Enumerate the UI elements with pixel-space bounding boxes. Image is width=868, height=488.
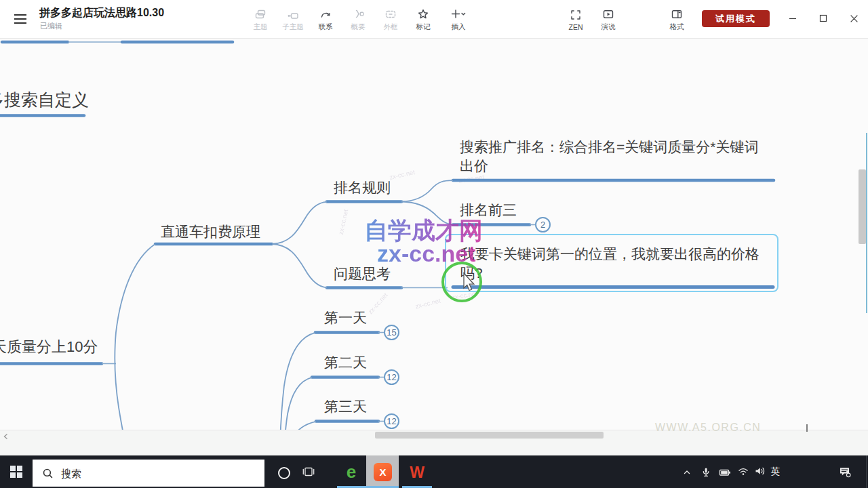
windows-logo-icon — [10, 466, 22, 478]
relation-button[interactable]: 联系 — [309, 5, 342, 35]
task-view-button[interactable] — [300, 464, 317, 480]
corner-watermark: WWW.A5.ORG.CN — [655, 422, 761, 434]
map-node[interactable]: 多搜索自定义 — [0, 91, 89, 110]
scrollbar-corner-mark — [806, 424, 808, 432]
wps-app-icon[interactable]: W — [403, 461, 431, 484]
node-count-badge[interactable]: 15 — [384, 325, 399, 340]
map-node[interactable]: 问题思考 — [334, 264, 391, 283]
scatter-watermark: zx-cc.net — [389, 168, 415, 181]
map-node[interactable]: 排名规则 — [334, 178, 391, 197]
horizontal-scrollbar-thumb[interactable] — [375, 432, 604, 439]
task-view-icon — [302, 465, 315, 479]
map-node[interactable]: 第二天 — [324, 353, 367, 372]
click-effect-ring — [441, 262, 482, 302]
close-button[interactable] — [843, 8, 865, 28]
xmind-app-icon[interactable]: X — [374, 463, 392, 481]
insert-button[interactable]: 插入 — [441, 5, 476, 35]
corner-brackets-icon — [570, 9, 582, 21]
boundary-button[interactable]: 外框 — [374, 5, 407, 35]
scroll-left-icon[interactable] — [2, 431, 10, 443]
scatter-watermark: zx-cc.net — [366, 291, 389, 316]
start-button[interactable] — [7, 462, 26, 481]
hamburger-menu-button[interactable] — [11, 10, 30, 28]
maximize-icon — [819, 14, 827, 22]
trial-mode-button[interactable]: 试用模式 — [702, 10, 770, 27]
map-node[interactable]: 搜索推广排名：综合排名=关键词质量分*关键词出价 — [460, 138, 766, 175]
node-count-badge[interactable]: 12 — [384, 369, 399, 385]
summary-icon — [352, 8, 364, 20]
tray-battery[interactable] — [717, 467, 732, 477]
play-frame-icon — [602, 8, 614, 20]
scatter-watermark: zx-cc.net — [414, 297, 441, 310]
scatter-watermark: zx-cc.net — [337, 209, 350, 235]
windows-taskbar: e X W — [0, 455, 868, 488]
document-title: 拼多多起店玩法思路10.30 — [39, 6, 164, 20]
maximize-button[interactable] — [812, 8, 834, 28]
zen-mode-button[interactable]: ZEN — [559, 5, 592, 35]
node-count-badge[interactable]: 2 — [535, 217, 551, 232]
map-node-selected[interactable]: 我要卡关键词第一的位置，我就要出很高的价格吗? — [460, 245, 767, 282]
tray-wifi[interactable] — [736, 465, 750, 477]
minimize-icon — [789, 14, 797, 22]
titlebar: 拼多多起店玩法思路10.30 已编辑 主题 子主题 联系 概要 — [0, 0, 868, 39]
present-button[interactable]: 演说 — [592, 5, 625, 35]
cortana-button[interactable] — [278, 467, 290, 479]
node-count-badge[interactable]: 12 — [384, 413, 399, 429]
tray-speaker[interactable] — [753, 465, 766, 477]
tray-microphone[interactable] — [699, 465, 713, 479]
wifi-icon — [738, 466, 749, 476]
map-node[interactable]: 第一天 — [324, 308, 367, 327]
star-icon — [417, 8, 429, 20]
hamburger-icon — [14, 14, 27, 24]
minimize-button[interactable] — [782, 8, 804, 28]
map-node[interactable]: 直通车扣费原理 — [161, 222, 260, 241]
vertical-scrollbar-thumb[interactable] — [859, 169, 866, 244]
chevron-up-icon — [682, 468, 692, 476]
internet-explorer-icon[interactable]: e — [338, 460, 365, 484]
app-window: zx-cc.net zx-cc.net zx-cc.net zx-cc.net … — [0, 0, 868, 488]
language-indicator[interactable]: 英 — [768, 465, 782, 479]
topic-button[interactable]: 主题 — [244, 5, 277, 35]
plus-caret-icon — [450, 8, 467, 20]
map-node[interactable]: 天质量分上10分 — [0, 338, 98, 357]
edit-status: 已编辑 — [40, 21, 62, 31]
close-icon — [850, 14, 859, 23]
subtopic-icon — [287, 8, 299, 20]
split-panel-icon — [671, 8, 683, 20]
speaker-icon — [754, 466, 766, 476]
microphone-icon — [701, 466, 711, 478]
action-center-button[interactable] — [836, 464, 852, 479]
marker-button[interactable]: 标记 — [407, 5, 439, 35]
canvas-right-edge-line — [866, 133, 867, 313]
relation-icon — [319, 8, 332, 20]
boundary-icon — [384, 8, 397, 20]
summary-button[interactable]: 概要 — [342, 5, 374, 35]
topic-icon — [254, 8, 267, 20]
tray-expand-button[interactable] — [680, 466, 694, 477]
format-button[interactable]: 格式 — [660, 5, 693, 35]
taskbar-search-box[interactable] — [33, 460, 264, 487]
subtopic-button[interactable]: 子主题 — [277, 5, 309, 35]
search-input[interactable] — [33, 460, 264, 487]
map-node[interactable]: 第三天 — [324, 397, 367, 416]
battery-icon — [719, 468, 731, 477]
show-desktop-divider[interactable] — [866, 455, 867, 488]
action-center-icon — [838, 466, 851, 479]
